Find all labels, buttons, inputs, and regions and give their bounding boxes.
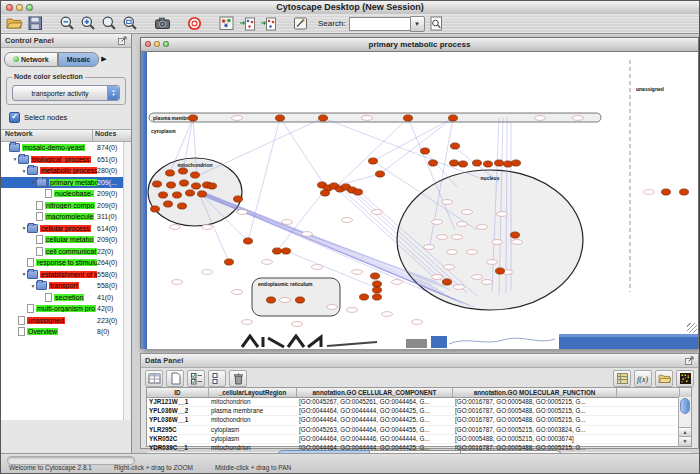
column-header-annotation-go-molecular-function[interactable]: annotation.GO MOLECULAR_FUNCTION <box>453 388 617 397</box>
tree-item-cellular-process[interactable]: ▼cellular process614(0) <box>1 223 131 235</box>
select-attributes-icon[interactable] <box>145 370 163 387</box>
graph-label-node[interactable] <box>477 225 488 230</box>
graph-label-node[interactable] <box>292 322 303 327</box>
graph-label-node[interactable] <box>487 260 498 265</box>
table-scrollbar-thumb[interactable] <box>680 398 690 414</box>
graph-label-node[interactable] <box>442 200 453 205</box>
graph-label-node[interactable] <box>282 220 293 225</box>
graph-label-node[interactable] <box>302 232 313 237</box>
export-network-icon[interactable] <box>259 15 277 32</box>
graph-node[interactable] <box>189 115 198 121</box>
attribute-matrix-icon[interactable] <box>676 370 694 387</box>
graph-node[interactable] <box>404 115 413 121</box>
graph-node[interactable] <box>186 190 195 196</box>
tree-item-metabolic-process[interactable]: ▼metabolic process280(0) <box>1 165 131 177</box>
graph-node[interactable] <box>449 115 458 121</box>
graph-node[interactable] <box>450 160 459 166</box>
import-attributes-icon[interactable] <box>655 370 673 387</box>
graph-label-node[interactable] <box>237 210 248 215</box>
tree-scrollbar[interactable] <box>123 142 131 420</box>
graph-label-node[interactable] <box>412 320 423 325</box>
save-session-icon[interactable] <box>26 15 44 32</box>
tree-item-macromolecule[interactable]: macromolecule311(0) <box>1 211 131 223</box>
graph-node[interactable] <box>504 161 513 167</box>
graph-node[interactable] <box>371 273 380 279</box>
column-header-spacer[interactable] <box>617 388 680 397</box>
select-nodes-checkbox[interactable]: ✓ <box>9 112 20 123</box>
graph-label-node[interactable] <box>644 190 655 195</box>
create-attribute-icon[interactable] <box>166 370 184 387</box>
graph-label-node[interactable] <box>352 270 363 275</box>
graph-node[interactable] <box>234 196 243 202</box>
zoom-out-icon[interactable] <box>58 15 76 32</box>
network-view-titlebar[interactable]: primary metabolic process <box>141 38 698 52</box>
attribute-list-icon[interactable] <box>613 370 631 387</box>
tree-item-nucleobase[interactable]: nucleobase-209(0) <box>1 188 131 200</box>
graph-label-node[interactable] <box>342 218 353 223</box>
delete-attribute-icon[interactable] <box>229 370 247 387</box>
unselect-all-attributes-icon[interactable] <box>208 370 226 387</box>
graph-label-node[interactable] <box>382 312 393 317</box>
function-builder-icon[interactable]: f(x) <box>634 370 652 387</box>
graph-label-node[interactable] <box>242 320 253 325</box>
select-all-attributes-icon[interactable] <box>187 370 205 387</box>
graph-node[interactable] <box>225 259 234 265</box>
graph-label-node[interactable] <box>573 116 584 121</box>
scroll-down-arrow[interactable]: ▼ <box>679 436 691 446</box>
graph-label-node[interactable] <box>512 240 523 245</box>
graph-node[interactable] <box>159 192 168 198</box>
graph-label-node[interactable] <box>432 275 443 280</box>
graph-node[interactable] <box>178 203 187 209</box>
zoom-in-icon[interactable] <box>79 15 97 32</box>
tree-item-primary-metabo[interactable]: ▼primary metabo209(... <box>1 177 131 189</box>
graph-node[interactable] <box>191 172 200 178</box>
graph-label-node[interactable] <box>447 250 458 255</box>
table-row[interactable]: YKR052Ccytoplasm[GO:0044464, GO:0044446,… <box>147 435 691 444</box>
tree-item-mosaic-demo-yeast[interactable]: mosaic-demo-yeast874(0) <box>1 142 131 154</box>
column-header-id[interactable]: ID <box>147 388 209 397</box>
graph-node[interactable] <box>192 183 201 189</box>
graph-node[interactable] <box>512 160 521 166</box>
graph-label-node[interactable] <box>347 308 358 313</box>
graph-node[interactable] <box>296 297 305 303</box>
graph-node[interactable] <box>282 248 291 254</box>
zoom-fit-icon[interactable] <box>100 15 118 32</box>
graph-node[interactable] <box>167 182 176 188</box>
tree-item-secretion[interactable]: secretion41(0) <box>1 292 131 304</box>
graph-node[interactable] <box>354 189 363 195</box>
zoom-selected-icon[interactable] <box>121 15 139 32</box>
vizmapper-icon[interactable] <box>217 15 235 32</box>
graph-node[interactable] <box>511 232 520 238</box>
graph-label-node[interactable] <box>482 280 493 285</box>
tree-item-cell-communicat[interactable]: cell communicat22(0) <box>1 246 131 258</box>
graph-node[interactable] <box>429 160 438 166</box>
graph-node[interactable] <box>373 281 382 287</box>
tree-item-cellular-metabo[interactable]: cellular metabo209(0) <box>1 234 131 246</box>
graph-node[interactable] <box>421 148 430 154</box>
graph-label-node[interactable] <box>170 225 181 230</box>
graph-label-node[interactable] <box>372 210 383 215</box>
search-input[interactable] <box>349 17 410 31</box>
graph-node[interactable] <box>164 201 173 207</box>
snapshot-camera-icon[interactable] <box>153 15 171 32</box>
tree-item-transport[interactable]: ▼transport558(0) <box>1 280 131 292</box>
graph-label-node[interactable] <box>262 260 273 265</box>
graph-node[interactable] <box>276 115 285 121</box>
graph-node[interactable] <box>443 279 452 285</box>
graph-label-node[interactable] <box>535 116 546 121</box>
table-row[interactable]: YLR295Ccytoplasm[GO:0045263, GO:0044464,… <box>147 426 691 435</box>
graph-label-node[interactable] <box>232 116 243 121</box>
graph-label-node[interactable] <box>497 212 508 217</box>
help-lifering-icon[interactable] <box>185 15 203 32</box>
table-row[interactable]: YPL036W__2plasma membrane[GO:0044464, GO… <box>147 407 691 416</box>
table-row[interactable]: YPL036W__1mitochondrion[GO:0044464, GO:0… <box>147 416 691 425</box>
tree-item-response-to-stimulu[interactable]: response to stimulu264(0) <box>1 257 131 269</box>
graph-node[interactable] <box>451 143 460 149</box>
node-color-combobox[interactable]: transporter activity ▲▼ <box>12 85 120 101</box>
graph-node[interactable] <box>151 206 160 212</box>
graph-label-node[interactable] <box>462 210 473 215</box>
graph-label-node[interactable] <box>472 275 483 280</box>
graph-node[interactable] <box>173 192 182 198</box>
graph-node[interactable] <box>166 170 175 176</box>
tree-item-unassigned[interactable]: unassigned223(0) <box>1 315 131 327</box>
